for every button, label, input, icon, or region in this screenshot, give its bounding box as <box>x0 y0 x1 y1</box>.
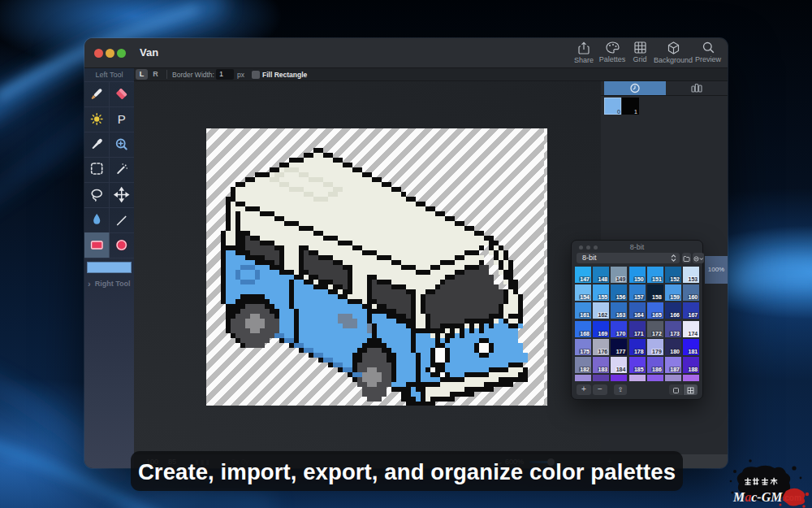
svg-text:P: P <box>118 112 126 126</box>
svg-text:Mac-GM: Mac-GM <box>732 490 783 504</box>
svg-text:.com: .com <box>783 493 801 502</box>
